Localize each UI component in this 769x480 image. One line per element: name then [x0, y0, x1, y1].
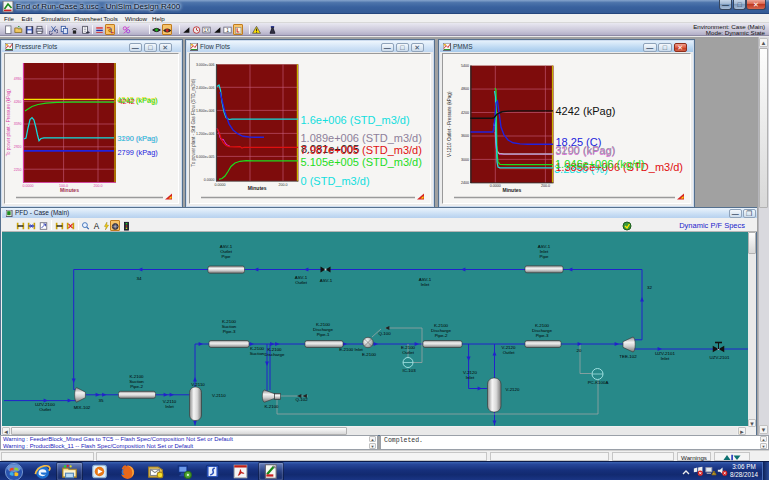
- pfd-label[interactable]: MIX-102: [74, 405, 91, 410]
- media-player-icon[interactable]: [91, 463, 108, 480]
- close-button[interactable]: ✕: [746, 0, 766, 10]
- action-center-icon[interactable]: [693, 465, 705, 477]
- pfd-label[interactable]: K-2100: [264, 404, 279, 409]
- firefox-icon[interactable]: [119, 463, 136, 480]
- pfd-label[interactable]: Inlet: [661, 356, 670, 361]
- scroll-arrow[interactable]: ►: [738, 427, 746, 435]
- pfd-label[interactable]: TEE-102: [619, 354, 637, 359]
- mdi-vertical-scrollbar[interactable]: ▲▼: [758, 37, 769, 436]
- object-palette-icon[interactable]: [122, 220, 132, 231]
- k2100-discharge-pipe-2[interactable]: [423, 341, 462, 348]
- scroll-arrow[interactable]: ◄: [2, 427, 10, 435]
- chart-close-button[interactable]: ✕: [159, 43, 173, 52]
- pfd-label[interactable]: Q-102: [295, 397, 308, 402]
- volume-muted-icon[interactable]: [717, 465, 729, 477]
- pfd-label[interactable]: Pipe-3: [536, 333, 549, 338]
- pfd-label[interactable]: V-2110: [212, 393, 226, 398]
- scroll-arrow[interactable]: ▲: [760, 436, 767, 442]
- strip-chart-plot[interactable]: 5400480042003600300024000.0000200.0Minut…: [440, 52, 695, 208]
- pfd-label[interactable]: Outlet: [39, 407, 51, 412]
- k2100-discharge-pipe-1[interactable]: [305, 341, 343, 348]
- copy-icon[interactable]: [59, 24, 69, 35]
- chart-minimize-button[interactable]: —: [643, 43, 657, 52]
- chart-close-button[interactable]: ✕: [411, 43, 425, 52]
- cut-icon[interactable]: [49, 24, 59, 35]
- pfd-label[interactable]: Pipe: [540, 254, 549, 259]
- assistant-icon[interactable]: [267, 24, 277, 35]
- strip-chart-plot[interactable]: 3.000e+0062.400e+0061.800e+0061.200e+006…: [187, 52, 435, 208]
- zoom-fit-icon[interactable]: [38, 220, 48, 231]
- multiplier-one-icon[interactable]: 1: [222, 24, 232, 35]
- scroll-arrow[interactable]: ▲: [759, 38, 768, 47]
- pfd-label[interactable]: IC-103: [402, 368, 416, 373]
- open-case-icon[interactable]: [14, 24, 24, 35]
- eye-red-icon[interactable]: [162, 24, 172, 35]
- event-scheduler-icon[interactable]: [233, 24, 243, 35]
- internet-explorer-icon[interactable]: [34, 463, 51, 480]
- print-icon[interactable]: [35, 24, 45, 35]
- pfd-label[interactable]: Pipe-3: [223, 329, 236, 334]
- pfd-icon[interactable]: [105, 24, 115, 35]
- v2120-vessel[interactable]: [488, 378, 502, 412]
- attach-mode-icon[interactable]: [15, 220, 25, 231]
- move-attach-icon[interactable]: [110, 220, 120, 231]
- pfd-canvas[interactable]: 34ASV-1OutletPipeASV-1OutletASV-1ASV-1In…: [2, 232, 748, 426]
- pfd-label[interactable]: Discharge: [265, 352, 285, 357]
- pfd-label[interactable]: V-2110: [191, 382, 205, 387]
- pfd-restore-button[interactable]: ❐: [743, 209, 757, 218]
- mix-102-mixer[interactable]: [75, 388, 86, 403]
- k2100-discharge-pipe-3[interactable]: [525, 341, 561, 348]
- break-connection-icon[interactable]: [54, 220, 64, 231]
- signal-line[interactable]: [580, 344, 592, 374]
- pfd-label[interactable]: Pipe-2: [435, 333, 448, 338]
- eye-green-icon[interactable]: [152, 24, 162, 35]
- new-case-icon[interactable]: [3, 24, 13, 35]
- pfd-label[interactable]: Suction: [250, 351, 265, 356]
- scroll-track[interactable]: [748, 232, 756, 426]
- tee-102-tee[interactable]: [623, 337, 635, 352]
- k2100-suction-pipe-2[interactable]: [119, 391, 156, 398]
- scroll-arrow[interactable]: ▼: [369, 443, 376, 449]
- pfd-label[interactable]: Pipe-2: [130, 384, 143, 389]
- chart-window-titlebar[interactable]: Pressure Plots — □ ✕: [2, 41, 181, 52]
- zoom-icon[interactable]: [80, 220, 90, 231]
- pfd-label[interactable]: Outlet: [503, 350, 515, 355]
- warning-sort-triangles-icon[interactable]: [723, 454, 741, 461]
- pfd-label[interactable]: Pipe-1: [317, 332, 330, 337]
- pfd-label[interactable]: Q-100: [378, 331, 391, 336]
- chart-minimize-button[interactable]: —: [129, 43, 143, 52]
- pfd-label[interactable]: UZV-2101: [710, 355, 730, 360]
- chevron-up-icon[interactable]: [681, 467, 691, 477]
- menu-item-edit[interactable]: Edit: [22, 14, 33, 23]
- start-button-icon[interactable]: [5, 463, 22, 480]
- swap-connections-icon[interactable]: [65, 220, 75, 231]
- save-case-icon[interactable]: [24, 24, 34, 35]
- chart-close-button[interactable]: ✕: [674, 43, 688, 52]
- windows-explorer-icon[interactable]: [61, 463, 78, 480]
- chart-window-titlebar[interactable]: Flow Plots — □ ✕: [187, 41, 433, 52]
- pfd-label[interactable]: 35: [99, 398, 104, 403]
- pfd-label[interactable]: Outlet: [295, 280, 307, 285]
- pfd-minimize-button[interactable]: —: [729, 209, 743, 218]
- asv1-outlet-pipe[interactable]: [208, 266, 245, 273]
- v2110-vessel[interactable]: [190, 387, 202, 421]
- maximize-button[interactable]: □: [733, 0, 746, 10]
- scroll-arrow[interactable]: ▼: [759, 425, 768, 434]
- minimize-button[interactable]: —: [719, 0, 732, 10]
- scroll-thumb[interactable]: [11, 427, 347, 435]
- chart-maximize-button[interactable]: □: [396, 43, 410, 52]
- pfd-label[interactable]: PC-K100A: [588, 380, 609, 385]
- signal-line[interactable]: [277, 380, 598, 415]
- utilities-icon[interactable]: [121, 24, 131, 35]
- e2100-cooler[interactable]: [363, 337, 373, 347]
- blue-app-icon[interactable]: [204, 463, 221, 480]
- pfd-label[interactable]: V-2120: [506, 387, 520, 392]
- ramp2-icon[interactable]: [212, 24, 222, 35]
- pfd-label[interactable]: Inlet: [466, 375, 475, 380]
- show-desktop-button[interactable]: [762, 462, 769, 480]
- pfd-label[interactable]: Pipe: [222, 254, 231, 259]
- uzv2101-valve[interactable]: [713, 343, 725, 353]
- pfd-label[interactable]: E-2100 Inlet: [339, 347, 363, 352]
- pfd-label[interactable]: ASV-1: [320, 278, 333, 283]
- pfd-label[interactable]: 34: [137, 276, 142, 281]
